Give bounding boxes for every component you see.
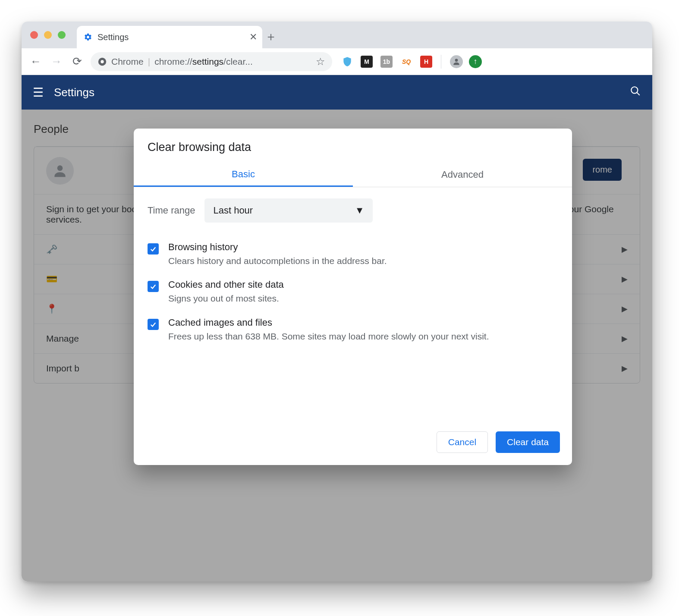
dialog-title: Clear browsing data [134,129,572,163]
chrome-icon [97,57,107,66]
tab-title: Settings [97,32,129,42]
time-range-label: Time range [148,205,195,216]
svg-point-1 [101,60,104,63]
browser-window: Settings ✕ ＋ ← → ⟳ Chrome | chrome://set… [22,22,652,581]
bookmark-star-icon[interactable]: ☆ [316,56,325,68]
time-range-select[interactable]: Last hour ▼ [204,198,373,223]
option-cache: Cached images and files Frees up less th… [148,311,558,349]
tab-advanced[interactable]: Advanced [353,163,572,187]
tab-strip: Settings ✕ ＋ [22,22,652,48]
menu-icon[interactable]: ☰ [33,85,44,100]
settings-title: Settings [54,86,94,99]
browser-toolbar: ← → ⟳ Chrome | chrome://settings/clear..… [22,48,652,75]
time-range-value: Last hour [213,205,253,216]
checkbox-browsing-history[interactable] [148,243,159,255]
settings-header: ☰ Settings [22,75,652,110]
minimize-window-icon[interactable] [44,31,52,39]
time-range-row: Time range Last hour ▼ [148,198,558,223]
svg-point-2 [455,59,458,62]
tab-basic[interactable]: Basic [134,163,353,187]
extension-m-icon[interactable]: M [361,56,373,68]
svg-point-3 [631,87,638,93]
cancel-button[interactable]: Cancel [437,431,488,453]
option-desc: Signs you out of most sites. [168,292,284,305]
update-available-icon[interactable]: ↑ [469,55,482,68]
extensions-area: M 1b SQ H [342,56,432,68]
checkbox-cookies[interactable] [148,281,159,292]
checkbox-cache[interactable] [148,319,159,330]
close-window-icon[interactable] [30,31,38,39]
clear-data-button[interactable]: Clear data [496,431,560,453]
address-bar[interactable]: Chrome | chrome://settings/clear... ☆ [91,52,332,71]
profile-avatar-icon[interactable] [450,55,463,68]
maximize-window-icon[interactable] [58,31,66,39]
option-browsing-history: Browsing history Clears history and auto… [148,236,558,273]
url-prefix: chrome:// [154,57,192,66]
toolbar-divider [441,55,441,69]
clear-browsing-data-dialog: Clear browsing data Basic Advanced Time … [134,129,572,465]
url-path-bold: settings [192,57,223,66]
search-icon[interactable] [630,85,641,100]
dialog-body: Time range Last hour ▼ Browsing history … [134,187,572,353]
dialog-footer: Cancel Clear data [134,422,572,465]
browser-tab[interactable]: Settings ✕ [77,26,262,48]
shield-icon[interactable] [342,56,353,67]
dialog-tabs: Basic Advanced [134,163,572,187]
gear-icon [84,33,92,41]
back-button[interactable]: ← [28,55,43,68]
chevron-down-icon: ▼ [355,205,365,216]
option-cookies: Cookies and other site data Signs you ou… [148,273,558,311]
extension-1b-icon[interactable]: 1b [380,56,393,68]
url-scheme: Chrome [111,57,144,67]
url-separator: | [148,57,150,67]
option-desc: Frees up less than 638 MB. Some sites ma… [168,330,489,343]
svg-line-4 [637,92,640,95]
close-tab-icon[interactable]: ✕ [249,31,257,43]
option-desc: Clears history and autocompletions in th… [168,255,387,267]
extension-sq-icon[interactable]: SQ [400,56,412,68]
new-tab-button[interactable]: ＋ [262,28,280,48]
option-title: Cookies and other site data [168,279,284,290]
option-title: Browsing history [168,242,387,253]
reload-button[interactable]: ⟳ [70,55,85,68]
forward-button: → [49,55,64,68]
window-controls [30,31,66,39]
option-title: Cached images and files [168,317,489,328]
extension-castle-icon[interactable]: H [420,56,432,68]
url-path-rest: /clear... [223,57,253,66]
